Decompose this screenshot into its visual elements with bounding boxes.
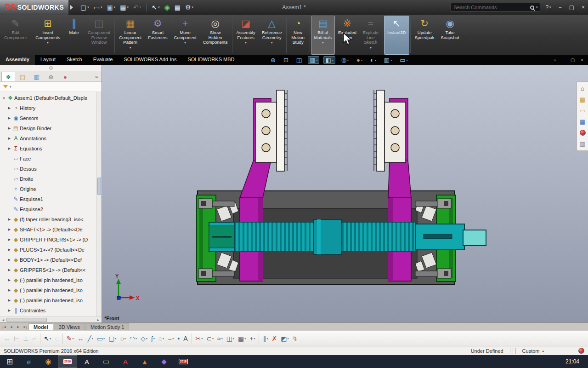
taskbar-chrome-icon[interactable]: ◉: [39, 355, 58, 368]
tree-item[interactable]: ▶◆(f) taper roller bearing3_iso<: [1, 214, 96, 224]
tree-filter-row[interactable]: ▾: [0, 82, 102, 92]
taskpane-home-button[interactable]: ⌂: [578, 84, 588, 93]
select-tool-button[interactable]: ↖▾: [150, 3, 161, 12]
tab-assembly[interactable]: Assembly: [0, 55, 35, 65]
taskbar-internet-explorer-icon[interactable]: e: [19, 355, 39, 368]
vertical-scroll-thumb[interactable]: [97, 178, 101, 195]
tree-item[interactable]: ▶AAnnotations: [1, 133, 96, 144]
maximize-button[interactable]: ▢: [566, 3, 577, 12]
display-relations-tool[interactable]: ∥▾: [261, 333, 269, 345]
expand-arrow-icon[interactable]: ▼: [1, 97, 6, 100]
print-button[interactable]: ▤▾: [118, 3, 130, 12]
doc-tab-nav-button-3[interactable]: ►|: [22, 323, 28, 330]
expand-arrow-icon[interactable]: ▶: [7, 126, 12, 130]
taskpane-design-library-button[interactable]: ▤: [578, 95, 588, 104]
dimension-tool[interactable]: ↔: [76, 333, 85, 345]
tree-item[interactable]: ▶◆SHAFT<1> -> (Default<<De: [1, 224, 96, 235]
select-tool[interactable]: ↖▾: [43, 333, 53, 345]
tree-item[interactable]: ▶◆PLUGS<1>->? (Default<<De: [1, 245, 96, 255]
expand-arrow-icon[interactable]: ▶: [7, 299, 12, 302]
expand-arrow-icon[interactable]: ▶: [7, 106, 12, 110]
update-speedpak-button[interactable]: ↻UpdateSpeedpak: [412, 16, 438, 55]
panel-tab-overflow[interactable]: »: [93, 72, 100, 81]
taskbar-solidworks-icon[interactable]: 2016: [58, 355, 77, 368]
options-button[interactable]: ⚙▾: [183, 3, 195, 12]
taskbar-acrobat-icon[interactable]: A: [116, 355, 135, 368]
search-input[interactable]: [453, 5, 529, 10]
expand-arrow-icon[interactable]: ▶: [7, 258, 12, 262]
tree-item[interactable]: ▶◆GRIPPERS<1> -> (Default<<: [1, 265, 96, 275]
taskpane-custom-properties-button[interactable]: ▥: [578, 139, 588, 149]
slot-tool[interactable]: ▢▾: [107, 333, 118, 345]
view-orientation-button[interactable]: ▦▾: [308, 56, 319, 64]
expand-arrow-icon[interactable]: ▶: [7, 268, 12, 272]
tree-item[interactable]: ▶◆(-) parallel pin hardened_iso: [1, 295, 96, 305]
gripper-finger-right[interactable]: [374, 90, 406, 171]
expand-arrow-icon[interactable]: ▶: [7, 238, 12, 242]
doc-tab-nav-button-2[interactable]: ►: [15, 323, 22, 330]
linear-component-pattern-button[interactable]: ▦LinearComponentPattern▼: [116, 16, 145, 55]
featuremanager-tab[interactable]: ❖: [1, 72, 15, 81]
reference-geometry-button[interactable]: △ReferenceGeometry▼: [259, 16, 285, 55]
line-tool[interactable]: ╱▾: [86, 333, 94, 345]
save-button[interactable]: ▣▾: [105, 3, 118, 12]
zoom-fit-button[interactable]: ⊕: [269, 56, 277, 64]
expand-arrow-icon[interactable]: ▶: [7, 147, 12, 150]
tree-item[interactable]: ✎Esquisse2: [1, 204, 96, 214]
panel-splitter[interactable]: [0, 65, 102, 71]
tree-item[interactable]: ▱Face: [1, 154, 96, 164]
expand-arrow-icon[interactable]: ▶: [7, 137, 12, 140]
tree-item[interactable]: ▶◉Sensors: [1, 113, 96, 123]
tree-item[interactable]: ▱Droite: [1, 174, 96, 184]
gripper-finger-left[interactable]: [255, 90, 287, 171]
appearance-sphere-icon[interactable]: [578, 348, 584, 354]
search-box[interactable]: ▾: [451, 3, 540, 12]
polygon-tool[interactable]: ◇▾: [139, 333, 149, 345]
expand-arrow-icon[interactable]: ▶: [7, 278, 12, 282]
new-motion-study-button[interactable]: ◔NewMotionStudy: [288, 16, 309, 55]
graphics-viewport[interactable]: Y X *Front ⌂▤▭▦▥: [102, 65, 588, 322]
configurationmanager-tab[interactable]: ▥: [30, 72, 44, 81]
edit-appearance-button[interactable]: ●▾: [355, 56, 364, 64]
scroll-left-icon[interactable]: ◄: [0, 318, 6, 322]
sketch-tool[interactable]: ✎▾: [65, 333, 75, 345]
file-properties-button[interactable]: ▦: [173, 3, 182, 12]
smart-fasteners-button[interactable]: ⚙SmartFasteners: [145, 16, 170, 55]
doc-tab-3d-views[interactable]: 3D Views: [54, 323, 85, 330]
dimxpertmanager-tab[interactable]: ⊕: [44, 72, 58, 81]
configuration-caret-icon[interactable]: ▴: [542, 349, 544, 353]
filter-caret-icon[interactable]: ▾: [10, 85, 11, 89]
rectangle-tool[interactable]: ▭▾: [96, 333, 106, 345]
trim-entities-tool[interactable]: ✂▾: [194, 333, 204, 345]
linear-sketch-pattern-tool[interactable]: ▦▾: [237, 333, 247, 345]
undock-document-button[interactable]: ▫: [554, 58, 556, 63]
tab-solidworks-mbd[interactable]: SOLIDWORKS MBD: [182, 55, 240, 65]
tree-item[interactable]: ▶▤Design Binder: [1, 123, 96, 133]
circle-tool[interactable]: ○▾: [119, 333, 127, 345]
configuration-selector[interactable]: Custom: [522, 348, 540, 354]
take-snapshot-button[interactable]: ◉TakeSnapshot: [438, 16, 463, 55]
open-document-button[interactable]: ▭▾: [92, 3, 104, 12]
mate-button[interactable]: ∥Mate: [63, 16, 85, 55]
assembly-features-button[interactable]: ◪AssemblyFeatures▼: [233, 16, 259, 55]
help-button[interactable]: ?▾: [542, 3, 554, 12]
assembly-model[interactable]: Y X: [102, 65, 588, 322]
tab-evaluate[interactable]: Evaluate: [88, 55, 119, 65]
horizontal-scroll-thumb[interactable]: [6, 318, 47, 322]
ellipse-tool[interactable]: ◌▾: [157, 333, 165, 345]
repair-sketch-tool[interactable]: ✗: [271, 333, 279, 345]
taskbar-notepad-icon[interactable]: A: [77, 355, 96, 368]
mirror-entities-tool[interactable]: ◫▾: [225, 333, 236, 345]
doc-tab-motion-study-1[interactable]: Motion Study 1: [85, 323, 129, 330]
tree-item[interactable]: ▶◔History: [1, 103, 96, 113]
display-style-button[interactable]: ◧▾: [323, 56, 335, 64]
instant3d-button[interactable]: ↖Instant3D: [384, 16, 409, 55]
scroll-right-icon[interactable]: ►: [95, 318, 102, 322]
taskbar-purple-app-icon[interactable]: ◆: [154, 355, 174, 368]
close-document-button[interactable]: ×: [581, 58, 583, 63]
zoom-area-button[interactable]: ⊡: [282, 56, 290, 64]
screen-display-button[interactable]: ▭▾: [398, 56, 409, 64]
quick-snaps-tool[interactable]: ◩▾: [279, 333, 290, 345]
view-settings-button[interactable]: ▥▾: [382, 56, 394, 64]
expand-arrow-icon[interactable]: ▶: [7, 288, 12, 292]
